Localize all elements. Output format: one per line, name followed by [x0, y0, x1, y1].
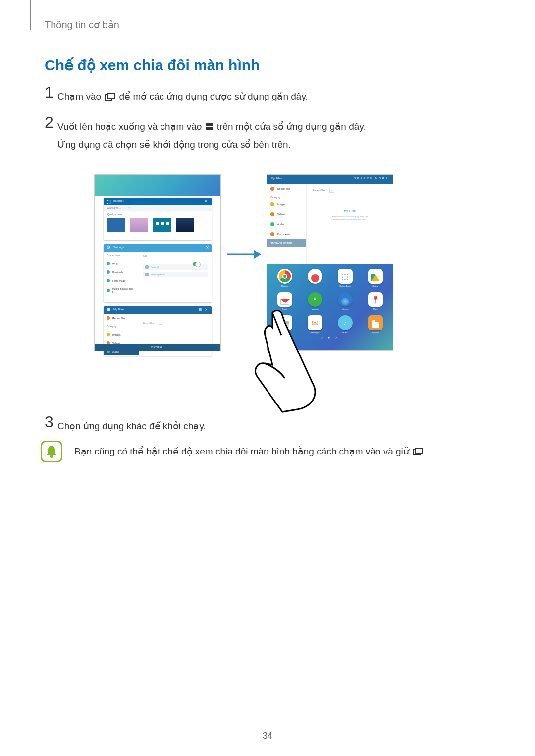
svg-rect-3: [206, 127, 213, 130]
sidebar-item: Videos: [267, 209, 306, 219]
hint-line: most recent ones will be shown here.: [333, 218, 366, 221]
tablet-left: Internet ☰ ✕ www.sams… ‹ › Quick access: [94, 174, 221, 351]
card-title: Settings: [113, 246, 124, 249]
item-label: Wi-Fi: [112, 262, 118, 265]
step-number: 3: [41, 414, 57, 430]
bell-icon: [41, 441, 62, 462]
files-sidebar: Recent files Category Images Videos Audi…: [267, 184, 307, 264]
app-generic: [308, 269, 322, 287]
recent-apps-icon: [105, 89, 115, 105]
hangouts-icon: ❝: [308, 292, 322, 307]
page-rule: [30, 0, 31, 30]
store-icon: ⬚: [338, 269, 353, 284]
add-tab-icon: +: [329, 188, 334, 193]
pane-title: My Files: [271, 177, 282, 180]
item-label: Flight mode: [112, 279, 125, 282]
close-icon: ✕: [206, 245, 209, 250]
step2-line2: Ứng dụng đã chọn sẽ khởi động trong cửa …: [57, 136, 366, 152]
sidebar-item: Recent files: [267, 184, 306, 194]
close-all-bar: CLOSE ALL: [95, 344, 220, 351]
figure: Internet ☰ ✕ www.sams… ‹ › Quick access: [94, 174, 456, 387]
svg-rect-1: [107, 93, 114, 99]
wifi-network: SamsungMobile: [143, 272, 208, 277]
recent-card-settings: Settings ✕ Connections Wi-Fi Bluetooth F…: [104, 244, 212, 302]
sidebar-item: Documents: [267, 229, 306, 239]
chrome-icon: [277, 269, 292, 284]
sidebar-item: Recent files: [104, 314, 139, 322]
item-label: Videos: [277, 213, 285, 216]
files-tab: Recent files: [313, 189, 325, 192]
item-label: Images: [277, 203, 285, 206]
app-label: Gallery: [368, 285, 383, 287]
step2-post: trên một cửa sổ ứng dụng gần đây.: [217, 121, 366, 132]
empty-title: My Files: [307, 209, 393, 212]
card-actions: ☰ ✕: [199, 308, 209, 312]
step-number: 1: [41, 84, 57, 100]
add-tab-icon: +: [159, 321, 162, 325]
page-number: 34: [0, 731, 535, 741]
storage-usage: STORAGE USAGE: [267, 239, 306, 247]
app-myfiles: My Files: [368, 315, 383, 334]
svg-point-6: [50, 455, 53, 458]
step1-post: để mở các ứng dụng được sử dụng gần đây.: [119, 91, 308, 101]
quick-access-label: Quick access: [107, 213, 208, 216]
thumb: [107, 218, 125, 232]
sidebar-section: Category: [267, 194, 306, 200]
step-number: 2: [41, 114, 57, 130]
split-top-pane: My Files SEARCH MORE Recent files Catego…: [267, 175, 393, 264]
sidebar-item: Audio: [267, 219, 306, 229]
sidebar-item: Images: [267, 200, 306, 209]
network-name: SamsungMobile: [151, 273, 165, 276]
app-icon: [308, 269, 322, 284]
item-label: Bluetooth: [112, 271, 123, 274]
hand-illustration: [238, 308, 342, 417]
globe-icon: [338, 292, 353, 307]
app-label: Chrome: [277, 285, 292, 287]
settings-main: On Personal SamsungMobile: [139, 252, 212, 296]
sidebar-item: Bluetooth: [104, 268, 139, 276]
steps-list: 1 Chạm vào để mở các ứng dụng được sử dụ…: [41, 84, 447, 161]
recent-apps-icon: [413, 447, 424, 458]
sidebar-section: Category: [104, 322, 139, 330]
app-label: My Files: [368, 331, 383, 334]
wifi-icon: [145, 273, 149, 276]
item-label: Documents: [277, 233, 290, 236]
sidebar-section: Connections: [104, 252, 139, 259]
card-actions: ☰ ✕: [199, 199, 209, 203]
files-tab: Recent files: [143, 322, 154, 324]
settings-sidebar: Connections Wi-Fi Bluetooth Flight mode …: [104, 252, 139, 296]
gallery-icon: [368, 269, 383, 284]
note-pre: Bạn cũng có thể bật chế độ xem chia đôi …: [74, 446, 412, 456]
thumbnails: [107, 218, 208, 232]
app-label: Galaxy Apps: [338, 285, 353, 287]
step-body: Vuốt lên hoặc xuống và chạm vào trên một…: [57, 114, 366, 152]
files-main: Recent files + My Files After you access…: [307, 184, 393, 264]
card-title: My Files: [113, 308, 124, 311]
network-name: Personal: [151, 266, 159, 268]
item-label: Recent files: [277, 187, 290, 190]
step-1: 1 Chạm vào để mở các ứng dụng được sử dụ…: [41, 84, 447, 105]
maps-icon: 📍: [368, 292, 383, 307]
wifi-icon: [145, 265, 149, 269]
sidebar-item: Flight mode: [104, 276, 139, 285]
address-bar: www.sams… ‹ ›: [104, 205, 212, 211]
page-title: Chế độ xem chia đôi màn hình: [45, 56, 260, 74]
tablet-statusbar: [95, 175, 220, 196]
step1-pre: Chạm vào: [57, 91, 104, 101]
recent-card-internet: Internet ☰ ✕ www.sams… ‹ › Quick access: [104, 198, 212, 240]
section-header: Thông tin cơ bản: [45, 19, 119, 31]
note: Bạn cũng có thể bật chế độ xem chia đôi …: [41, 441, 457, 462]
step-body: Chạm vào để mở các ứng dụng được sử dụng…: [57, 84, 308, 105]
note-post: .: [425, 446, 427, 456]
pane-actions: SEARCH MORE: [354, 177, 389, 180]
sidebar-item: Mobile hotspot and t…: [104, 285, 139, 296]
item-label: Recent files: [112, 317, 125, 320]
app-maps: 📍Maps: [368, 292, 383, 310]
arrow-icon: [221, 249, 267, 260]
card-title: Internet: [113, 199, 123, 202]
app-gallery: Gallery: [368, 269, 383, 287]
empty-hint: After you access files using My Files, t…: [307, 215, 393, 221]
thumb: [176, 218, 194, 232]
folder-icon: [368, 315, 383, 330]
item-label: Images: [112, 333, 120, 336]
